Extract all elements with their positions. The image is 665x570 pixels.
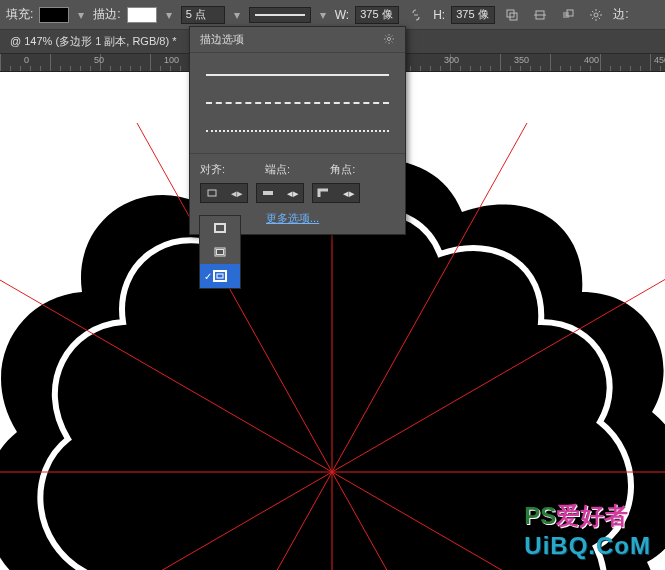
watermark-url: UiBQ.CoM <box>524 532 651 560</box>
stroke-options-panel: 描边选项 对齐: 端点: 角点: ◂▸ ◂▸ ◂▸ <box>189 26 406 235</box>
stroke-dropdown-arrow[interactable]: ▾ <box>163 7 175 23</box>
height-input[interactable] <box>451 6 495 24</box>
align-dropdown-list: ✓ <box>199 215 241 289</box>
pathfinder-unite-icon[interactable] <box>501 4 523 26</box>
svg-rect-4 <box>563 12 569 18</box>
link-wh-icon[interactable] <box>405 4 427 26</box>
watermark-title-a: PS <box>524 502 556 529</box>
border-label: 边: <box>613 6 628 23</box>
stroke-width-input[interactable] <box>181 6 225 24</box>
stroke-style-solid[interactable] <box>200 61 395 89</box>
stroke-style-dotted[interactable] <box>200 117 395 145</box>
align-edges-icon[interactable] <box>529 4 551 26</box>
svg-rect-25 <box>214 271 226 281</box>
panel-title: 描边选项 <box>200 32 244 47</box>
stroke-label: 描边: <box>93 6 120 23</box>
stroke-style-list <box>190 53 405 153</box>
svg-point-19 <box>387 37 390 40</box>
svg-rect-22 <box>215 224 225 232</box>
check-icon: ✓ <box>204 271 212 282</box>
stroke-width-arrow[interactable]: ▾ <box>231 7 243 23</box>
width-input[interactable] <box>355 6 399 24</box>
stroke-style-arrow[interactable]: ▾ <box>317 7 329 23</box>
watermark-title-b: 爱好者 <box>556 502 628 529</box>
corner-select[interactable]: ◂▸ <box>312 183 360 203</box>
align-select[interactable]: ◂▸ <box>200 183 248 203</box>
h-label: H: <box>433 8 445 22</box>
fill-label: 填充: <box>6 6 33 23</box>
svg-rect-26 <box>217 274 223 278</box>
gear-icon[interactable] <box>585 4 607 26</box>
doc-tab-label: @ 147% (多边形 1 副本, RGB/8) * <box>10 34 176 49</box>
cap-select[interactable]: ◂▸ <box>256 183 304 203</box>
svg-rect-20 <box>208 190 216 196</box>
fill-swatch[interactable] <box>39 7 69 23</box>
svg-point-6 <box>594 13 598 17</box>
stroke-style-dashed[interactable] <box>200 89 395 117</box>
panel-menu-gear-icon[interactable] <box>383 33 395 47</box>
stroke-swatch[interactable] <box>127 7 157 23</box>
cap-label: 端点: <box>265 162 290 177</box>
chevron-down-icon: ◂▸ <box>231 187 243 200</box>
align-option-inside[interactable] <box>200 216 240 240</box>
align-label: 对齐: <box>200 162 225 177</box>
w-label: W: <box>335 8 349 22</box>
watermark: PS爱好者 UiBQ.CoM <box>524 500 651 560</box>
corner-label: 角点: <box>330 162 355 177</box>
align-option-outside[interactable]: ✓ <box>200 264 240 288</box>
svg-rect-21 <box>263 191 273 195</box>
fill-dropdown-arrow[interactable]: ▾ <box>75 7 87 23</box>
stroke-style-preview[interactable] <box>249 7 311 23</box>
arrange-icon[interactable] <box>557 4 579 26</box>
svg-rect-24 <box>217 250 224 255</box>
align-option-center[interactable] <box>200 240 240 264</box>
